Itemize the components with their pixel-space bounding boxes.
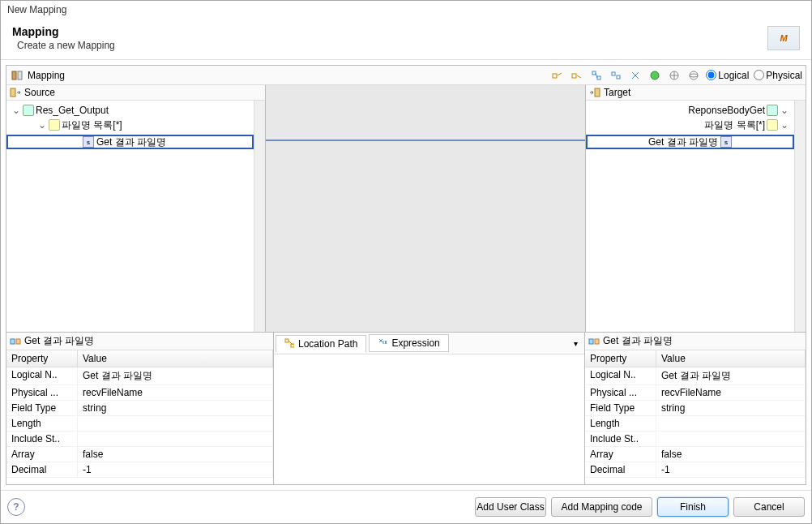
table-cell[interactable]: false [78, 447, 273, 462]
mapping-connection-line[interactable] [266, 140, 585, 141]
tool-icon-5[interactable] [628, 68, 643, 83]
table-cell: Decimal [6, 462, 78, 478]
target-label: Target [604, 87, 630, 98]
scrollbar[interactable] [254, 101, 265, 332]
table-cell[interactable]: string [656, 401, 806, 416]
mapping-icon [10, 68, 24, 83]
cancel-button[interactable]: Cancel [733, 497, 805, 517]
table-cell: Array [585, 447, 656, 462]
table-cell[interactable] [78, 416, 273, 432]
mapping-wizard-icon: M [767, 26, 800, 50]
tree-toggle[interactable]: ⌄ [37, 119, 47, 131]
col-value: Value [78, 350, 273, 367]
array-icon [49, 119, 60, 131]
expression-icon [378, 337, 389, 349]
tool-icon-2[interactable] [570, 68, 584, 83]
svg-rect-5 [597, 76, 600, 79]
table-cell: Array [6, 447, 78, 462]
svg-rect-2 [553, 74, 557, 78]
detail-left-title: Get 결과 파일명 [24, 334, 94, 348]
svg-rect-7 [617, 75, 620, 79]
table-cell: Field Type [585, 401, 656, 416]
tool-green-icon[interactable] [647, 68, 662, 83]
tool-globe-icon-2[interactable] [686, 68, 701, 83]
mapping-label: Mapping [28, 70, 65, 81]
detail-right-title: Get 결과 파일명 [603, 334, 673, 348]
svg-rect-1 [18, 71, 22, 79]
table-cell[interactable]: Get 결과 파일명 [656, 367, 806, 385]
table-cell: Physical ... [6, 385, 78, 401]
tool-globe-icon-1[interactable] [667, 68, 682, 83]
table-cell[interactable]: string [78, 401, 273, 416]
field-icon [588, 336, 600, 347]
source-root[interactable]: Res_Get_Output [36, 105, 109, 116]
table-cell: Include St.. [6, 432, 78, 447]
source-array-node[interactable]: 파일명 목록[*] [62, 118, 122, 132]
tool-icon-3[interactable] [589, 68, 604, 83]
tab-expression[interactable]: Expression [369, 334, 448, 352]
table-cell[interactable]: recvFileName [656, 385, 806, 401]
window-title: New Mapping [1, 1, 811, 19]
svg-rect-12 [11, 88, 15, 97]
source-icon [10, 87, 21, 98]
tree-toggle[interactable]: ⌄ [780, 105, 789, 116]
table-cell: Length [6, 416, 78, 432]
tool-icon-4[interactable] [609, 68, 623, 83]
tool-icon-1[interactable] [550, 68, 565, 83]
table-cell[interactable] [656, 416, 806, 432]
table-cell: Field Type [6, 401, 78, 416]
table-cell: Include St.. [585, 432, 656, 447]
svg-rect-13 [595, 88, 600, 97]
table-cell: Physical ... [585, 385, 656, 401]
add-mapping-code-button[interactable]: Add Mapping code [551, 497, 652, 517]
target-root[interactable]: ReponseBodyGet [688, 105, 765, 116]
table-cell: Length [585, 416, 656, 432]
table-cell[interactable]: recvFileName [78, 385, 273, 401]
add-user-class-button[interactable]: Add User Class [475, 497, 546, 517]
svg-rect-6 [612, 72, 615, 75]
struct-icon [767, 105, 778, 116]
table-cell[interactable]: Get 결과 파일명 [78, 367, 273, 385]
table-cell[interactable] [656, 432, 806, 447]
target-selected-field[interactable]: Get 결과 파일명 s [586, 135, 794, 149]
col-value: Value [656, 350, 806, 367]
svg-rect-14 [11, 339, 15, 344]
table-cell[interactable]: -1 [656, 462, 806, 478]
svg-rect-18 [589, 339, 593, 344]
svg-point-10 [690, 71, 698, 79]
target-array-node[interactable]: 파일명 목록[*] [704, 118, 765, 132]
table-cell[interactable]: false [656, 447, 806, 462]
svg-rect-19 [595, 339, 599, 344]
page-title: Mapping [12, 25, 115, 38]
col-property: Property [6, 350, 78, 367]
scrollbar[interactable] [794, 101, 806, 332]
physical-radio[interactable]: Physical [754, 70, 802, 81]
table-cell[interactable] [78, 432, 273, 447]
svg-rect-3 [572, 74, 576, 78]
location-path-icon [284, 338, 296, 350]
page-subtitle: Create a new Mapping [17, 40, 115, 51]
string-field-icon: s [83, 136, 94, 148]
field-icon [10, 336, 21, 347]
svg-rect-16 [285, 339, 288, 342]
struct-icon [23, 105, 34, 116]
source-selected-field[interactable]: s Get 결과 파일명 [6, 135, 254, 149]
source-label: Source [24, 87, 55, 98]
table-cell: Logical N.. [6, 367, 78, 385]
svg-rect-4 [592, 71, 596, 75]
col-property: Property [585, 350, 656, 367]
svg-point-8 [651, 71, 659, 79]
table-cell[interactable]: -1 [78, 462, 273, 478]
finish-button[interactable]: Finish [657, 497, 729, 517]
target-icon [589, 87, 600, 98]
svg-rect-0 [12, 71, 16, 79]
tree-toggle[interactable]: ⌄ [11, 105, 21, 116]
svg-point-11 [690, 74, 698, 77]
array-icon [767, 119, 778, 131]
tree-toggle[interactable]: ⌄ [780, 119, 789, 131]
logical-radio[interactable]: Logical [706, 70, 749, 81]
tab-dropdown-icon[interactable]: ▾ [569, 339, 583, 348]
svg-rect-15 [16, 339, 20, 344]
help-icon[interactable]: ? [7, 498, 25, 516]
tab-location-path[interactable]: Location Path [276, 335, 366, 353]
